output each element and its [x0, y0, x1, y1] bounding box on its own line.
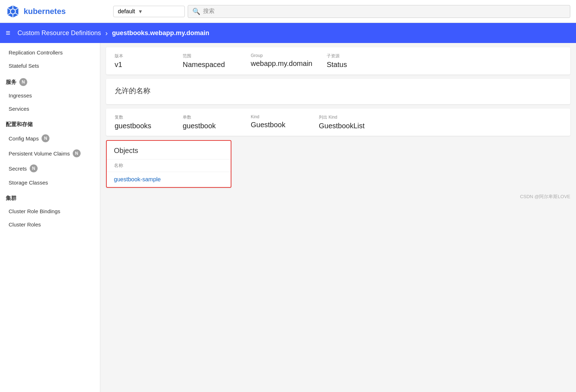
breadcrumb-separator: › [105, 29, 108, 37]
singular-value: guestbook [183, 122, 236, 130]
list-kind-label: 列出 Kind [319, 114, 373, 120]
plural-label: 复数 [115, 114, 168, 120]
objects-col-header: 名称 [107, 159, 231, 172]
detail-col-subresource: 子资源 Status [327, 53, 380, 69]
version-label: 版本 [115, 53, 168, 59]
sidebar-item-cluster-roles[interactable]: Cluster Roles [0, 218, 100, 231]
sidebar-item-label: Config Maps [9, 135, 39, 142]
kind-value: Guestbook [251, 121, 304, 129]
sidebar-section-services: 服务 N [0, 72, 100, 89]
namespace-value: default [118, 8, 135, 15]
list-kind-value: GuestbookList [319, 122, 373, 130]
sidebar-section-config: 配置和存储 [0, 115, 100, 131]
search-bar[interactable]: 🔍 搜索 [188, 5, 570, 18]
config-maps-badge: N [42, 134, 49, 142]
detail-col-plural: 复数 guestbooks [115, 114, 168, 130]
detail-col-group: Group webapp.my.domain [251, 53, 312, 69]
group-label: Group [251, 53, 312, 58]
detail-card-main: 版本 v1 范围 Namespaced Group webapp.my.doma… [106, 47, 570, 75]
chevron-down-icon: ▼ [138, 9, 143, 14]
objects-link-guestbook-sample[interactable]: guestbook-sample [107, 172, 231, 187]
detail-col-kind: Kind Guestbook [251, 114, 304, 130]
namespace-selector[interactable]: default ▼ [113, 6, 185, 17]
detail-row-main: 版本 v1 范围 Namespaced Group webapp.my.doma… [106, 47, 570, 75]
sidebar-item-label: Cluster Roles [9, 221, 41, 228]
section-label: 配置和存储 [6, 121, 33, 128]
search-icon: 🔍 [192, 8, 200, 15]
sidebar-item-cluster-role-bindings[interactable]: Cluster Role Bindings [0, 205, 100, 218]
pvc-badge: N [73, 149, 81, 157]
breadcrumb-current: guestbooks.webapp.my.domain [112, 29, 210, 37]
sidebar-item-label: Stateful Sets [9, 63, 39, 69]
secrets-badge: N [30, 164, 38, 172]
allowed-names-card: 允许的名称 [106, 79, 570, 104]
names-detail-row: 复数 guestbooks 单数 guestbook Kind Guestboo… [106, 109, 570, 136]
search-placeholder: 搜索 [203, 8, 215, 15]
detail-col-list-kind: 列出 Kind GuestbookList [319, 114, 373, 130]
breadcrumb-bar: ≡ Custom Resource Definitions › guestboo… [0, 23, 576, 43]
group-value: webapp.my.domain [251, 59, 312, 68]
scope-value: Namespaced [183, 61, 236, 69]
sidebar-section-cluster: 集群 [0, 189, 100, 205]
services-badge: N [19, 78, 27, 86]
sidebar-item-label: Storage Classes [9, 180, 48, 186]
allowed-names-title: 允许的名称 [115, 86, 562, 96]
sidebar-item-services[interactable]: Services [0, 102, 100, 115]
kind-label: Kind [251, 114, 304, 119]
logo-area: kubernetes [6, 4, 113, 19]
subresource-label: 子资源 [327, 53, 380, 59]
section-label: 集群 [6, 195, 16, 202]
sidebar-item-stateful-sets[interactable]: Stateful Sets [0, 59, 100, 72]
section-label: 服务 [6, 79, 16, 86]
sidebar-item-persistent-volume-claims[interactable]: Persistent Volume Claims N [0, 146, 100, 161]
sidebar-item-label: Ingresses [9, 92, 32, 99]
watermark: CSDN @阿尔卑斯LOVE [100, 192, 576, 201]
watermark-text: CSDN @阿尔卑斯LOVE [520, 194, 570, 199]
sidebar-item-label: Persistent Volume Claims [9, 150, 70, 157]
sidebar-item-secrets[interactable]: Secrets N [0, 161, 100, 176]
detail-col-scope: 范围 Namespaced [183, 53, 236, 69]
detail-col-version: 版本 v1 [115, 53, 168, 69]
subresource-value: Status [327, 61, 380, 69]
hamburger-icon[interactable]: ≡ [6, 28, 10, 38]
main-layout: Replication Controllers Stateful Sets 服务… [0, 43, 576, 392]
scope-label: 范围 [183, 53, 236, 59]
singular-label: 单数 [183, 114, 236, 120]
breadcrumb-parent[interactable]: Custom Resource Definitions [18, 29, 101, 37]
content-area: 版本 v1 范围 Namespaced Group webapp.my.doma… [100, 43, 576, 392]
sidebar-item-storage-classes[interactable]: Storage Classes [0, 176, 100, 189]
sidebar-item-replication-controllers[interactable]: Replication Controllers [0, 46, 100, 59]
objects-title: Objects [107, 141, 231, 159]
sidebar-item-config-maps[interactable]: Config Maps N [0, 131, 100, 146]
kubernetes-logo-icon [6, 4, 20, 19]
sidebar-item-label: Replication Controllers [9, 49, 63, 56]
names-detail-card: 复数 guestbooks 单数 guestbook Kind Guestboo… [106, 109, 570, 136]
plural-value: guestbooks [115, 122, 168, 130]
topbar: kubernetes default ▼ 🔍 搜索 [0, 0, 576, 23]
sidebar-item-ingresses[interactable]: Ingresses [0, 89, 100, 102]
objects-card: Objects 名称 guestbook-sample [106, 140, 231, 188]
sidebar-item-label: Secrets [9, 166, 27, 172]
detail-col-singular: 单数 guestbook [183, 114, 236, 130]
sidebar-item-label: Cluster Role Bindings [9, 208, 60, 214]
logo-text: kubernetes [24, 7, 66, 16]
version-value: v1 [115, 61, 168, 69]
sidebar: Replication Controllers Stateful Sets 服务… [0, 43, 100, 392]
sidebar-item-label: Services [9, 106, 29, 112]
